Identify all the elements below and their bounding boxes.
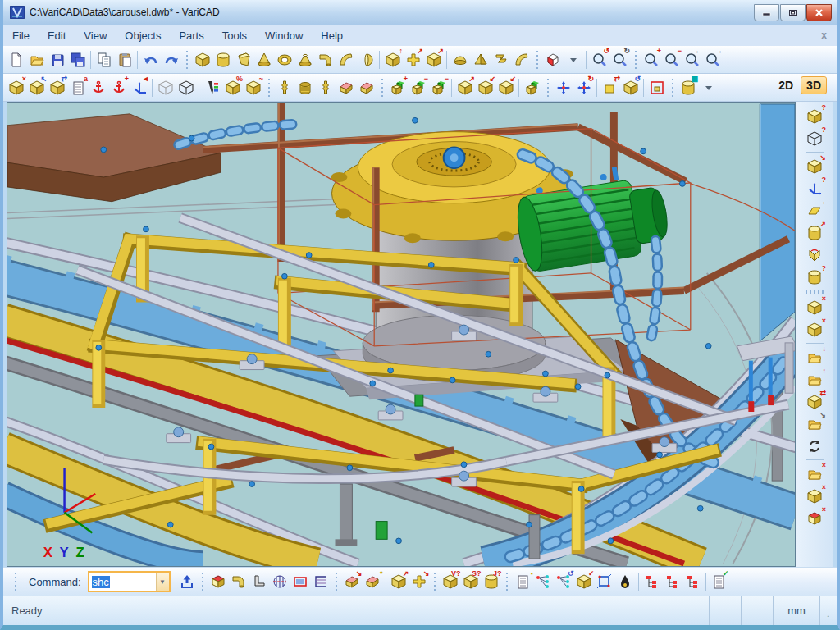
query-cylinder-button[interactable]: ? (803, 266, 826, 288)
query-plane-button[interactable]: → (803, 199, 826, 221)
mode-2d-button[interactable]: 2D (774, 77, 798, 94)
assembly-tree-button[interactable] (641, 571, 662, 593)
toolbar-grip[interactable] (335, 573, 339, 591)
toolbar-grip[interactable] (670, 79, 674, 97)
measure-distance-button[interactable]: ↘ (803, 155, 826, 177)
anchor-solid-button[interactable] (88, 76, 108, 98)
boolean-union-button[interactable]: + (387, 76, 408, 98)
insert-chamfer-button[interactable]: ↘ (342, 571, 363, 593)
create-prism-button[interactable] (233, 48, 253, 71)
save-file-button[interactable] (47, 48, 67, 71)
display-options-button[interactable]: ▦ (678, 76, 698, 98)
transform-box-button[interactable] (595, 571, 615, 593)
stretch-solid-button[interactable]: ↗ (389, 571, 409, 593)
extrude-plate-button[interactable]: ↗ (403, 48, 423, 71)
toolbar-grip[interactable] (505, 573, 509, 591)
zoom-previous-button[interactable]: ↺ (589, 48, 609, 71)
query-axes-button[interactable]: ? (803, 177, 826, 199)
menu-item-objects[interactable]: Objects (116, 27, 170, 44)
toolbar-grip[interactable] (546, 79, 550, 97)
chamfer-edges-button[interactable] (336, 76, 356, 98)
open-file-button[interactable] (26, 48, 47, 71)
toolbar-grip[interactable] (633, 51, 637, 69)
view-cube-dropdown-button[interactable] (563, 48, 583, 71)
menu-item-view[interactable]: View (75, 27, 116, 44)
replace-solid-button[interactable]: ⇄ (803, 390, 826, 413)
toolbar-grip[interactable] (380, 79, 384, 97)
query-volume-button[interactable]: V? (441, 571, 461, 593)
minimize-button[interactable] (754, 4, 779, 21)
copy-button[interactable] (94, 48, 114, 71)
shell-solid-button[interactable] (208, 571, 229, 593)
command-combobox[interactable]: shc ▼ (88, 571, 171, 592)
restore-button[interactable] (780, 4, 806, 21)
insert-and-add-button[interactable]: ↗ (454, 76, 475, 98)
shaded-display-button[interactable] (176, 76, 196, 98)
section-cut-side-button[interactable] (311, 571, 331, 593)
command-input[interactable]: shc (89, 576, 156, 588)
close-button[interactable] (806, 4, 832, 21)
shift-solid-button[interactable]: ⇄ (47, 76, 67, 98)
solid-attributes-button[interactable]: a (67, 76, 88, 98)
compare-solids-button[interactable] (522, 76, 542, 98)
rotate-view-button[interactable]: ↻ (609, 48, 630, 71)
copy-to-library-button[interactable]: ↘ (803, 413, 826, 435)
render-quality-button[interactable] (615, 571, 636, 593)
remove-from-library-button[interactable]: × (803, 463, 826, 485)
insert-and-subtract-button[interactable]: ↙ (475, 76, 495, 98)
mode-3d-button[interactable]: 3D (801, 76, 827, 94)
display-options-dropdown-button[interactable] (698, 76, 719, 98)
transform-solid-button[interactable]: ↖ (26, 76, 47, 98)
query-solid-button[interactable]: ? (803, 105, 826, 127)
section-view-button[interactable] (270, 571, 290, 593)
create-swept-pipe-button[interactable] (511, 48, 532, 71)
new-document-button[interactable] (6, 48, 26, 71)
delete-solids-button[interactable]: × (803, 485, 826, 507)
align-solid-button[interactable]: ↘ (409, 571, 430, 593)
undo-button[interactable] (140, 48, 161, 71)
create-cylinder-button[interactable] (212, 48, 233, 71)
create-box-button[interactable] (192, 48, 212, 71)
assembly-list-button[interactable] (662, 571, 682, 593)
undo-transformation-button[interactable]: × (803, 296, 826, 318)
solid-list-button[interactable]: ▪ (513, 571, 533, 593)
command-dropdown-icon[interactable]: ▼ (156, 573, 169, 591)
boolean-cut-button[interactable]: − (428, 76, 449, 98)
snap-settings-button[interactable]: ◄ (129, 76, 149, 98)
boolean-subtract-button[interactable]: − (408, 76, 428, 98)
move-3d-button[interactable] (553, 76, 573, 98)
query-surface-button[interactable]: S? (461, 571, 482, 593)
store-to-library-button[interactable]: ↓ (803, 346, 826, 368)
part-report-button[interactable]: ✓ (709, 571, 729, 593)
toolbar-grip[interactable] (535, 51, 539, 69)
menu-item-edit[interactable]: Edit (39, 27, 75, 44)
anchor-group-button[interactable]: + (108, 76, 129, 98)
insert-and-cut-button[interactable]: ↙ (495, 76, 516, 98)
round-edges-button[interactable] (356, 76, 377, 98)
menu-item-parts[interactable]: Parts (170, 27, 212, 44)
paste-button[interactable] (114, 48, 135, 71)
view-cube-button[interactable] (542, 48, 563, 71)
assembly-edit-button[interactable] (682, 571, 703, 593)
create-pyramid-button[interactable] (470, 48, 491, 71)
send-command-button[interactable] (177, 571, 198, 593)
check-solid-button[interactable]: ✓ (574, 571, 595, 593)
relink-solids-button[interactable]: ↺ (554, 571, 574, 593)
toolbar-grip[interactable] (201, 573, 205, 591)
save-all-button[interactable] (67, 48, 88, 71)
entity-color-button[interactable] (202, 76, 222, 98)
menu-item-window[interactable]: Window (256, 27, 312, 44)
menu-item-tools[interactable]: Tools (213, 27, 256, 44)
insert-pattern-button[interactable]: * (363, 571, 383, 593)
menu-item-file[interactable]: File (3, 27, 39, 44)
query-bounding-box-button[interactable]: ? (803, 127, 826, 149)
create-dome-button[interactable] (450, 48, 470, 71)
create-thread-button[interactable] (294, 76, 315, 98)
toolbar-grip[interactable] (806, 290, 824, 294)
blend-edges-button[interactable]: ~ (243, 76, 263, 98)
query-axis-button[interactable]: ↗ (803, 221, 826, 244)
swap-solids-button[interactable]: ⇄ (600, 76, 620, 98)
rotate-copy-button[interactable]: ↺ (620, 76, 641, 98)
scale-solid-button[interactable]: % (222, 76, 243, 98)
resize-grip[interactable]: ∴ (819, 596, 837, 625)
